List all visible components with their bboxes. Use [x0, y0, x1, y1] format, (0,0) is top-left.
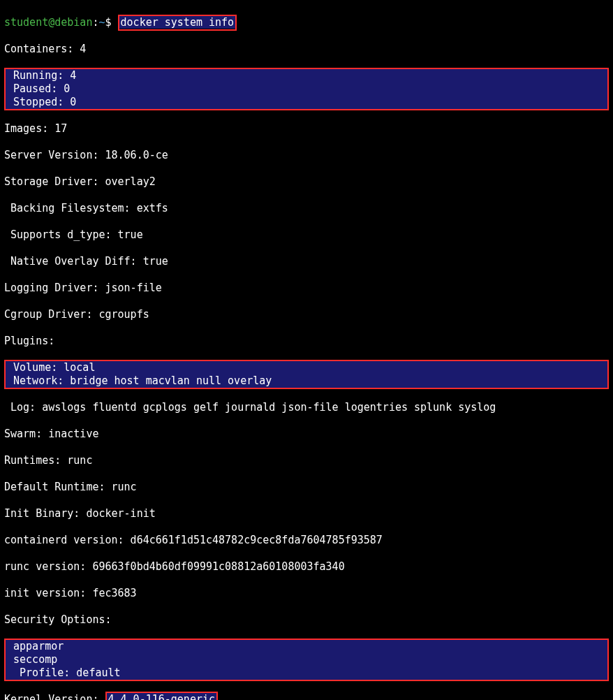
prompt-user: student@debian [4, 16, 92, 29]
info-line: Backing Filesystem: extfs [4, 202, 609, 215]
info-line: Security Options: [4, 613, 609, 627]
security-box: apparmor seccomp Profile: default [4, 639, 609, 681]
containers-box: Running: 4 Paused: 0 Stopped: 0 [4, 68, 609, 110]
info-line: Runtimes: runc [4, 454, 609, 467]
info-line: Default Runtime: runc [4, 481, 609, 494]
info-line: Plugins: [4, 335, 609, 348]
containers-stopped: Stopped: 0 [6, 96, 607, 109]
security-seccomp: seccomp [6, 653, 607, 666]
plugins-network: Network: bridge host macvlan null overla… [6, 374, 607, 388]
containers-paused: Paused: 0 [6, 82, 607, 96]
info-line: Log: awslogs fluentd gcplogs gelf journa… [4, 401, 609, 414]
info-line: Server Version: 18.06.0-ce [4, 149, 609, 162]
kernel-box: 4.4.0-116-generic [105, 692, 219, 700]
info-line: Images: 17 [4, 122, 609, 136]
info-line: Cgroup Driver: cgroupfs [4, 308, 609, 321]
info-line: Init Binary: docker-init [4, 507, 609, 520]
security-profile: Profile: default [6, 666, 607, 680]
plugins-box: Volume: local Network: bridge host macvl… [4, 360, 609, 389]
prompt-cwd: ~ [98, 16, 105, 29]
security-apparmor: apparmor [6, 640, 607, 653]
info-line: Swarm: inactive [4, 428, 609, 441]
info-line: Native Overlay Diff: true [4, 255, 609, 268]
info-line: Supports d_type: true [4, 228, 609, 242]
command-text: docker system info [119, 16, 236, 29]
plugins-volume: Volume: local [6, 361, 607, 374]
kernel-value: 4.4.0-116-generic [107, 693, 217, 700]
info-line: Storage Driver: overlay2 [4, 175, 609, 189]
prompt-sym: $ [105, 16, 112, 29]
info-line: Logging Driver: json-file [4, 282, 609, 295]
info-line: init version: fec3683 [4, 587, 609, 600]
command-box: docker system info [118, 15, 237, 31]
kernel-label: Kernel Version: [4, 693, 105, 700]
kernel-line: Kernel Version: 4.4.0-116-generic [4, 693, 609, 700]
containers-running: Running: 4 [6, 69, 607, 82]
terminal[interactable]: student@debian:~$ docker system info Con… [0, 0, 613, 700]
info-line: containerd version: d64c661f1d51c48782c9… [4, 534, 609, 547]
info-line: runc version: 69663f0bd4b60df09991c08812… [4, 560, 609, 574]
containers-header: Containers: 4 [4, 43, 609, 56]
prompt-line: student@debian:~$ docker system info [4, 16, 609, 29]
